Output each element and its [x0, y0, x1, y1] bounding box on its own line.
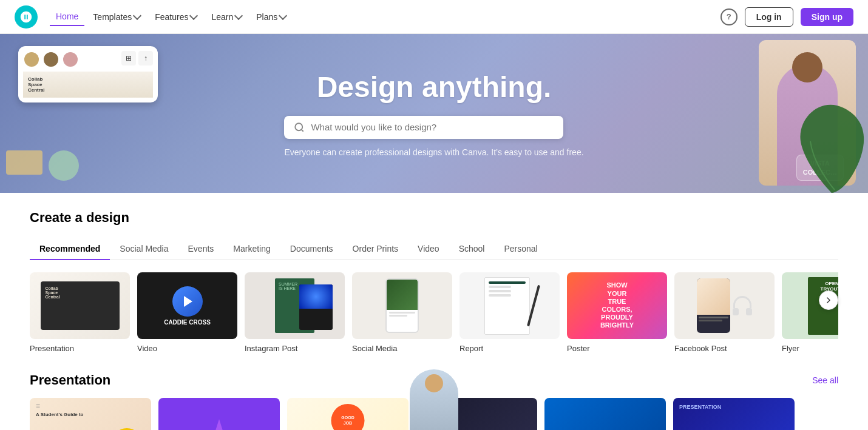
chevron-down-icon [279, 12, 287, 20]
see-all-link[interactable]: See all [812, 375, 838, 385]
card-instagram-label: Instagram Post [245, 344, 345, 353]
deco-shape [6, 150, 42, 175]
nav-features[interactable]: Features [149, 8, 203, 25]
main-content: Create a design Recommended Social Media… [15, 193, 853, 430]
tab-marketing[interactable]: Marketing [223, 238, 280, 260]
navbar-right: ? Log in Sign up [721, 7, 853, 27]
design-card-social[interactable]: Social Media [352, 272, 452, 353]
pres-template-6[interactable]: PRESENTATION ® [673, 398, 795, 430]
pres-template-1[interactable]: ☰ A Student's Guide to [30, 398, 151, 430]
svg-point-0 [296, 123, 303, 130]
pres-template-5[interactable] [544, 398, 666, 430]
tab-school[interactable]: School [449, 238, 495, 260]
design-card-flyer[interactable]: OPENTRYOUTS Flyer [782, 272, 838, 353]
search-bar [284, 116, 563, 139]
hero-left-decoration: ⊞ ↑ CollabSpaceCentral [0, 34, 182, 193]
play-icon [184, 296, 192, 307]
next-arrow-button[interactable] [819, 291, 838, 310]
design-card-presentation[interactable]: CollabSpaceCentral Presentation [30, 272, 130, 353]
hero-content: Design anything. Everyone can create pro… [284, 70, 583, 157]
card-poster-label: Poster [567, 344, 667, 353]
card-flyer-label: Flyer [782, 344, 838, 353]
hero-title: Design anything. [284, 70, 583, 104]
signup-button[interactable]: Sign up [801, 8, 853, 26]
tab-recommended[interactable]: Recommended [30, 238, 110, 260]
presentation-mockup: CollabSpaceCentral [41, 281, 120, 330]
design-cards: CollabSpaceCentral Presentation CADDIE C… [30, 272, 838, 353]
tab-video[interactable]: Video [408, 238, 449, 260]
avatar [42, 51, 59, 68]
fb-text [699, 320, 722, 321]
social-phone-mockup [385, 278, 419, 333]
facebook-phone [697, 278, 730, 333]
deco-shape [49, 150, 79, 181]
nav-links: Home Templates Features Learn Plans [50, 8, 721, 26]
social-text-line [389, 315, 407, 317]
design-card-poster[interactable]: SHOWYOURTRUECOLORS,PROUDLYBRIGHTLY Poste… [567, 272, 667, 353]
insta-second-card [299, 284, 333, 330]
nav-plans[interactable]: Plans [250, 8, 292, 25]
help-button[interactable]: ? [721, 8, 737, 25]
tab-personal[interactable]: Personal [494, 238, 547, 260]
card-presentation-label: Presentation [30, 344, 130, 353]
pres-template-3[interactable]: GOODJOB ® [287, 398, 409, 430]
hero-section: ⊞ ↑ CollabSpaceCentral Design anything. … [0, 34, 868, 193]
fb-text [699, 317, 728, 318]
tab-events[interactable]: Events [178, 238, 224, 260]
copy-icon[interactable]: ⊞ [121, 51, 136, 66]
share-icon[interactable]: ↑ [138, 51, 153, 66]
card-video-image: CADDIE CROSS [137, 272, 237, 339]
card-poster-image: SHOWYOURTRUECOLORS,PROUDLYBRIGHTLY [567, 272, 667, 339]
headphone-cups [733, 308, 752, 315]
mockup-content: CollabSpaceCentral [23, 72, 153, 98]
category-tabs: Recommended Social Media Events Marketin… [30, 238, 838, 260]
flyer-text: OPENTRYOUTS [812, 281, 839, 292]
design-card-instagram[interactable]: SUMMERIS HERE Instagram Post [245, 272, 345, 353]
chevron-down-icon [189, 12, 198, 20]
star-burst-icon [201, 419, 237, 430]
canva-logo[interactable] [15, 5, 38, 29]
presentation-template-cards: ☰ A Student's Guide to GOODJOB ® [30, 398, 838, 430]
design-cards-wrapper: CollabSpaceCentral Presentation CADDIE C… [30, 272, 838, 353]
pres-template-2[interactable] [158, 398, 280, 430]
card-presentation-image: CollabSpaceCentral [30, 272, 130, 339]
avatar-group: ⊞ ↑ [23, 51, 153, 68]
login-button[interactable]: Log in [745, 7, 793, 27]
pres-card-1-content: ☰ A Student's Guide to [30, 398, 151, 423]
search-icon [294, 122, 305, 133]
card-facebook-label: Facebook Post [674, 344, 775, 353]
tab-order-prints[interactable]: Order Prints [343, 238, 408, 260]
tab-social-media[interactable]: Social Media [110, 238, 178, 260]
card-report-image [459, 272, 560, 339]
nav-learn[interactable]: Learn [205, 8, 248, 25]
nav-templates[interactable]: Templates [87, 8, 146, 25]
hero-right-decoration: VISTA COLLEC… [698, 34, 868, 193]
facebook-img [697, 278, 730, 315]
instagram-mockup: SUMMERIS HERE [275, 278, 314, 333]
card-social-image [352, 272, 452, 339]
avatar [62, 51, 79, 68]
social-text-line [389, 312, 415, 314]
cup [733, 308, 739, 315]
report-doc [484, 277, 530, 335]
headphone-arc [733, 296, 751, 308]
poster-text: SHOWYOURTRUECOLORS,PROUDLYBRIGHTLY [600, 281, 634, 329]
design-card-report[interactable]: Report [459, 272, 560, 353]
good-job-badge: GOODJOB [331, 404, 365, 430]
video-mockup: CADDIE CROSS [164, 286, 211, 326]
headphones-deco [733, 296, 752, 315]
nav-home[interactable]: Home [50, 8, 84, 26]
card-facebook-image [674, 272, 775, 339]
pres-card-2-content [158, 398, 280, 430]
design-card-facebook[interactable]: Facebook Post [674, 272, 775, 353]
navbar: Home Templates Features Learn Plans ? Lo… [0, 0, 868, 34]
create-section-title: Create a design [30, 210, 838, 226]
tab-documents[interactable]: Documents [280, 238, 343, 260]
presentation-section-title: Presentation [30, 372, 110, 388]
search-input[interactable] [311, 122, 554, 132]
design-card-video[interactable]: CADDIE CROSS Video [137, 272, 237, 353]
report-mockup [484, 277, 535, 335]
cup [746, 308, 752, 315]
chevron-down-icon [133, 12, 141, 20]
avatar [23, 51, 40, 68]
